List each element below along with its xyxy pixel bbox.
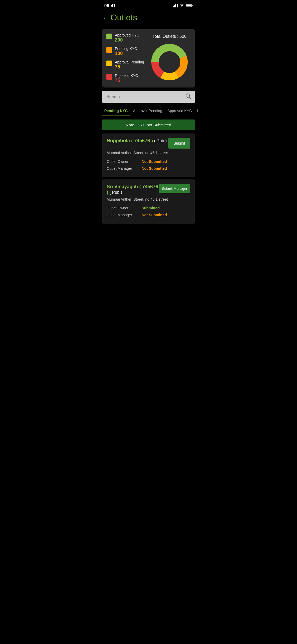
- back-button[interactable]: ‹: [103, 14, 105, 21]
- tab-pending-kyc[interactable]: Pending KYC: [102, 106, 130, 116]
- svg-rect-2: [175, 4, 176, 7]
- tab-approval-pending[interactable]: Approval Pending: [131, 106, 164, 116]
- stats-card: Approved KYC 200 Pending KYC 100 Approva…: [102, 29, 195, 88]
- legend-pending: Pending KYC 100: [106, 47, 145, 56]
- header: ‹ Outlets: [99, 11, 198, 27]
- donut-center: [159, 51, 180, 73]
- page-title: Outlets: [110, 13, 137, 22]
- tab-approved-kyc[interactable]: Approved KYC: [165, 106, 194, 116]
- legend-rejected: Rejected KYC 75: [106, 73, 145, 83]
- total-outlets-label: Total Outlets : 500: [153, 34, 187, 39]
- tab-rejected-kyc[interactable]: Rejected KYC: [195, 106, 198, 116]
- outlet-1-manager-status: Not Submitted: [142, 166, 167, 171]
- outlet-2-header: Sri Vinayagah ( 745676 ) ( Pub ) Submit …: [107, 184, 190, 195]
- outlet-1-submit-button[interactable]: Submit: [168, 138, 190, 149]
- rejected-value: 75: [115, 78, 138, 83]
- outlet-1-header: Hoppibola ( 745676 ) ( Pub ) Submit: [107, 138, 190, 149]
- approved-text: Approved KYC 200: [115, 33, 139, 43]
- svg-rect-3: [177, 4, 178, 7]
- outlet-1-manager-sep: :: [138, 166, 139, 171]
- pending-color-box: [106, 47, 112, 53]
- approval-pending-value: 75: [115, 64, 144, 70]
- outlet-1-manager-label: Outlet Manager: [107, 166, 138, 171]
- outlet-1-owner-sep: :: [138, 159, 139, 164]
- legend-section: Approved KYC 200 Pending KYC 100 Approva…: [106, 33, 145, 83]
- approved-value: 200: [115, 37, 139, 43]
- svg-point-4: [182, 6, 182, 7]
- outlet-2-owner-status: Submitted: [142, 206, 159, 210]
- approval-pending-text: Approval Pending 75: [115, 60, 144, 70]
- outlet-1-owner-status: Not Submitted: [142, 159, 167, 164]
- rejected-label: Rejected KYC: [115, 73, 138, 78]
- search-icon: [185, 93, 191, 100]
- outlet-2-manager-status: Not Submitted: [142, 213, 167, 217]
- rejected-color-box: [106, 74, 112, 80]
- tabs-container: Pending KYC Approval Pending Approved KY…: [99, 106, 198, 116]
- outlet-2-address: Mumbai Antheri Street, no 45 1 street: [107, 197, 190, 201]
- wifi-icon: [180, 3, 184, 8]
- outlet-2-title-group: Sri Vinayagah ( 745676 ) ( Pub ): [107, 184, 159, 195]
- pending-value: 100: [115, 51, 137, 56]
- status-time: 09:41: [104, 3, 116, 8]
- outlet-2-manager-label: Outlet Manager: [107, 213, 138, 217]
- chart-section: Total Outlets : 500: [148, 33, 191, 83]
- pending-label: Pending KYC: [115, 47, 137, 51]
- outlet-1-name: Hoppibola ( 745676 ): [107, 138, 153, 143]
- search-input[interactable]: [102, 91, 195, 103]
- outlet-2-type: ( Pub ): [109, 190, 122, 195]
- signal-icon: [173, 4, 178, 8]
- status-icons: [173, 3, 193, 8]
- donut-chart: [148, 41, 191, 83]
- outlet-1-owner-label: Outlet Owner: [107, 159, 138, 164]
- outlet-2-owner-label: Outlet Owner: [107, 206, 138, 210]
- outlet-2-submit-button[interactable]: Submit Manager: [159, 184, 190, 193]
- outlet-card-1: Hoppibola ( 745676 ) ( Pub ) Submit Mumb…: [102, 134, 195, 177]
- svg-rect-7: [192, 5, 193, 6]
- outlet-1-owner-row: Outlet Owner : Not Submitted: [107, 159, 190, 164]
- outlet-card-2: Sri Vinayagah ( 745676 ) ( Pub ) Submit …: [102, 180, 195, 224]
- note-banner: Note : KYC not Submitted: [102, 119, 195, 130]
- svg-rect-6: [186, 4, 191, 7]
- svg-rect-0: [173, 6, 174, 7]
- legend-approved: Approved KYC 200: [106, 33, 145, 43]
- outlet-1-manager-row: Outlet Manager : Not Submitted: [107, 166, 190, 171]
- outlet-2-manager-row: Outlet Manager : Not Submitted: [107, 213, 190, 217]
- approval-pending-label: Approval Pending: [115, 60, 144, 64]
- outlet-2-owner-sep: :: [138, 206, 139, 210]
- status-bar: 09:41: [99, 0, 198, 11]
- outlet-1-type: ( Pub ): [154, 139, 167, 143]
- approved-color-box: [106, 34, 112, 39]
- outlet-2-owner-row: Outlet Owner : Submitted: [107, 206, 190, 210]
- rejected-text: Rejected KYC 75: [115, 73, 138, 83]
- svg-line-10: [189, 97, 191, 99]
- svg-rect-1: [174, 5, 175, 7]
- outlet-2-manager-sep: :: [138, 213, 139, 217]
- outlet-1-address: Mumbai Antheri Street, no 45 1 street: [107, 151, 190, 155]
- battery-icon: [186, 3, 193, 8]
- pending-text: Pending KYC 100: [115, 47, 137, 56]
- outlet-1-title-group: Hoppibola ( 745676 ) ( Pub ): [107, 138, 167, 144]
- approval-pending-color-box: [106, 61, 112, 66]
- approved-label: Approved KYC: [115, 33, 139, 37]
- legend-approval-pending: Approval Pending 75: [106, 60, 145, 70]
- search-container: [102, 91, 195, 103]
